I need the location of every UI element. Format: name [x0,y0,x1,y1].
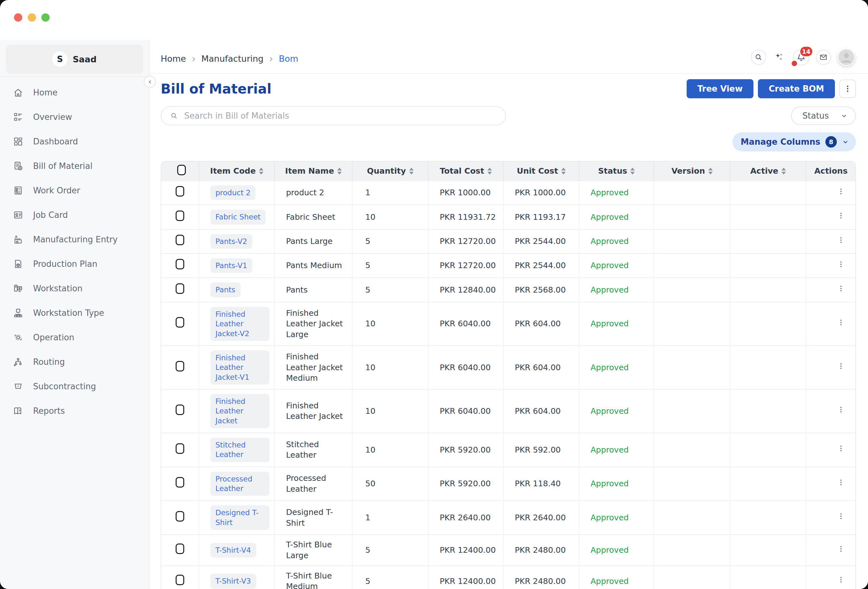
sort-icon[interactable] [630,168,635,175]
sidebar-item-home[interactable]: Home [0,80,149,105]
item-code-chip[interactable]: Finished Leather Jacket [210,394,270,428]
tree-view-button[interactable]: Tree View [686,79,753,98]
profile-avatar[interactable] [837,49,855,66]
sidebar-item-subcontracting[interactable]: Subcontracting [0,374,149,399]
row-checkbox[interactable] [176,235,184,245]
sort-icon[interactable] [259,168,263,175]
search-button[interactable] [751,50,766,65]
row-checkbox[interactable] [176,317,184,328]
row-actions-button[interactable] [837,318,845,327]
row-checkbox[interactable] [176,443,184,454]
column-header-version[interactable]: Version [654,162,730,181]
sparkles-button[interactable] [772,50,787,64]
row-actions-button[interactable] [837,260,845,268]
sidebar-item-dashboard[interactable]: Dashboard [0,129,149,154]
sidebar-item-workstation-type[interactable]: Workstation Type [0,300,149,325]
close-window-icon[interactable] [14,13,22,22]
row-checkbox[interactable] [176,511,184,521]
unit-cost-cell: PKR 2480.00 [503,535,579,566]
sort-icon[interactable] [561,168,566,175]
sort-icon[interactable] [487,168,492,175]
row-actions-button[interactable] [837,284,845,293]
minimize-window-icon[interactable] [28,13,36,22]
row-checkbox[interactable] [176,405,184,415]
total-cost-cell: PKR 6040.00 [428,389,503,433]
row-actions-button[interactable] [837,512,845,520]
status-cell: Approved [579,229,654,253]
row-actions-button[interactable] [837,478,845,487]
item-code-chip[interactable]: Processed Leather [210,472,270,496]
row-actions-button[interactable] [837,576,845,584]
page-more-options-button[interactable] [839,80,856,98]
item-code-chip[interactable]: Pants-V2 [210,234,252,249]
sort-icon[interactable] [781,168,786,175]
search-input[interactable] [184,111,496,121]
column-header-quantity[interactable]: Quantity [352,162,428,181]
sidebar-item-manufacturing-entry[interactable]: Manufacturing Entry [0,227,149,252]
item-code-chip[interactable]: Pants-V1 [210,258,252,273]
table-row: Pants-V2Pants Large5PKR 12720.00PKR 2544… [161,229,856,253]
screen: S Saad HomeOverviewDashboardBill of Mate… [0,0,868,589]
row-checkbox[interactable] [176,211,184,221]
column-header-unit-cost[interactable]: Unit Cost [503,162,579,181]
sidebar-item-workstation[interactable]: Workstation [0,276,149,300]
item-code-cell: Finished Leather Jacket-V1 [199,346,275,389]
breadcrumb-bom[interactable]: Bom [279,54,298,63]
row-checkbox[interactable] [176,477,184,487]
column-header-status[interactable]: Status [579,162,654,181]
row-checkbox[interactable] [176,259,184,269]
item-code-chip[interactable]: Pants [210,283,241,297]
sort-icon[interactable] [708,168,713,175]
column-header-item-code[interactable]: Item Code [199,162,275,181]
select-all-checkbox[interactable] [177,165,186,175]
sort-icon[interactable] [409,168,413,175]
item-code-chip[interactable]: Fabric Sheet [210,210,266,224]
sidebar-collapse-button[interactable]: ‹ [144,76,156,88]
row-checkbox[interactable] [176,543,184,554]
row-checkbox[interactable] [176,361,184,371]
workstation-type-icon [13,308,24,318]
breadcrumb-manufacturing[interactable]: Manufacturing [201,54,264,63]
sidebar-item-routing[interactable]: Routing [0,349,149,374]
status-filter-dropdown[interactable]: Status [791,106,856,125]
sidebar-item-bill-of-material[interactable]: Bill of Material [0,154,149,178]
quantity-cell: 1 [352,501,428,535]
item-code-chip[interactable]: T-Shirt-V3 [210,574,256,588]
item-code-chip[interactable]: Finished Leather Jacket-V2 [210,307,270,341]
column-header-active[interactable]: Active [730,162,806,181]
item-code-chip[interactable]: Finished Leather Jacket-V1 [210,350,270,384]
row-actions-button[interactable] [837,545,845,553]
manage-columns-dropdown[interactable]: Manage Columns 8 [732,132,856,152]
user-chip[interactable]: S Saad [6,44,143,74]
row-actions-button[interactable] [837,187,845,196]
sidebar-item-production-plan[interactable]: Production Plan [0,252,149,276]
column-header-total-cost[interactable]: Total Cost [428,162,503,181]
sidebar-item-overview[interactable]: Overview [0,105,149,129]
item-code-chip[interactable]: product 2 [210,186,255,200]
row-checkbox[interactable] [176,283,184,294]
row-actions-button[interactable] [837,444,845,452]
row-actions-button[interactable] [837,405,845,414]
row-actions-button[interactable] [837,362,845,370]
sidebar-item-operation[interactable]: Operation [0,325,149,349]
item-code-chip[interactable]: Stitched Leather [210,437,270,462]
sort-icon[interactable] [337,168,342,175]
item-code-chip[interactable]: T-Shirt-V4 [210,543,256,558]
row-actions-button[interactable] [837,212,845,220]
sidebar-item-job-card[interactable]: Job Card [0,203,149,227]
row-checkbox[interactable] [176,575,184,585]
status-cell: Approved [579,205,654,229]
zoom-window-icon[interactable] [41,13,50,22]
messages-button[interactable] [816,50,831,65]
sidebar-item-work-order[interactable]: Work Order [0,178,149,203]
breadcrumb-home[interactable]: Home [161,54,186,63]
job-card-icon [13,210,24,220]
row-actions-button[interactable] [837,236,845,244]
row-checkbox[interactable] [176,186,184,197]
create-bom-button[interactable]: Create BOM [758,79,835,98]
sidebar-item-reports[interactable]: Reports [0,399,149,423]
notifications-button[interactable]: 14 [793,49,809,66]
item-code-chip[interactable]: Designed T-Shirt [210,505,270,530]
routing-icon [13,356,24,367]
column-header-item-name[interactable]: Item Name [275,162,352,181]
